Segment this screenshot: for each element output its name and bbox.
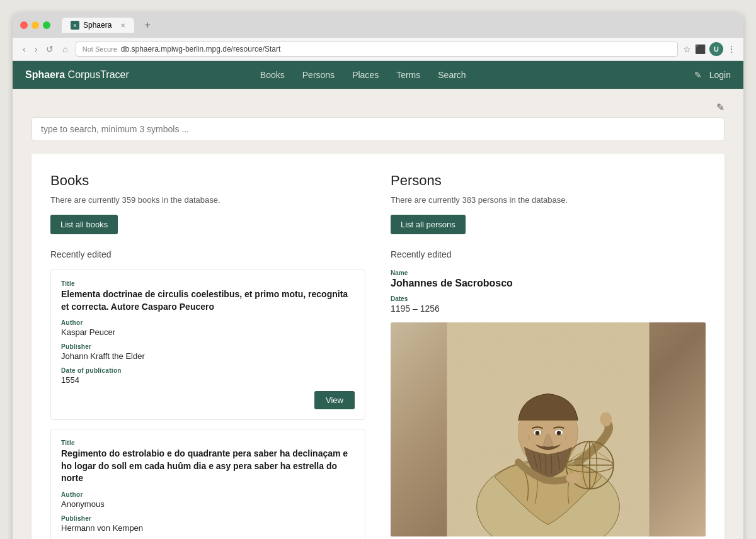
svg-point-9	[557, 431, 561, 435]
books-recently-edited-label: Recently edited	[50, 249, 365, 259]
nav-terms[interactable]: Terms	[387, 62, 429, 88]
books-title: Books	[50, 173, 365, 189]
book-card-2: Title Regimento do estrolabio e do quadr…	[50, 429, 365, 539]
browser-titlebar: S Sphaera ✕ +	[13, 13, 743, 38]
user-avatar[interactable]: U	[709, 42, 723, 56]
person1-name-label: Name	[391, 270, 706, 276]
reload-button[interactable]: ↺	[43, 43, 56, 55]
books-column: Books There are currently 359 books in t…	[50, 173, 365, 539]
book-card-1: Title Elementa doctrinae de circulis coe…	[50, 270, 365, 420]
extensions-button[interactable]: ⬛	[695, 44, 706, 54]
back-button[interactable]: ‹	[20, 43, 28, 55]
book1-title-label: Title	[61, 280, 355, 287]
menu-button[interactable]: ⋮	[727, 44, 736, 54]
book1-date: 1554	[61, 375, 355, 385]
person-card: Name Johannes de Sacrobosco Dates 1195 –…	[391, 270, 706, 536]
nav-search[interactable]: Search	[429, 62, 474, 88]
login-link[interactable]: Login	[709, 70, 731, 80]
book2-title-label: Title	[61, 440, 355, 446]
maximize-dot[interactable]	[43, 21, 50, 29]
nav-persons[interactable]: Persons	[294, 62, 343, 88]
search-container	[32, 117, 724, 141]
content-card: Books There are currently 359 books in t…	[32, 154, 724, 539]
book1-author: Kaspar Peucer	[61, 327, 355, 337]
books-desc: There are currently 359 books in the dat…	[50, 195, 365, 205]
book2-publisher-label: Publisher	[61, 515, 355, 522]
address-text: db.sphaera.mpiwg-berlin.mpg.de/resource/…	[121, 45, 280, 54]
content-grid: Books There are currently 359 books in t…	[50, 173, 706, 539]
tab-close-button[interactable]: ✕	[120, 22, 125, 29]
toolbar-actions: ☆ ⬛ U ⋮	[683, 42, 736, 56]
browser-tab[interactable]: S Sphaera ✕	[62, 18, 134, 33]
book2-title: Regimento do estrolabio e do quadrante p…	[61, 448, 355, 485]
book2-author: Anonymous	[61, 499, 355, 509]
persons-title: Persons	[391, 173, 706, 189]
nav-controls: ‹ › ↺ ⌂	[20, 43, 71, 55]
list-all-persons-button[interactable]: List all persons	[391, 215, 466, 234]
person1-dates-label: Dates	[391, 295, 706, 302]
book2-publisher: Hermann von Kempen	[61, 523, 355, 533]
svg-point-10	[600, 412, 612, 427]
book1-publisher-label: Publisher	[61, 343, 355, 350]
book2-author-label: Author	[61, 491, 355, 498]
app-logo: Sphaera CorpusTracer	[25, 69, 129, 81]
new-tab-button[interactable]: +	[139, 20, 155, 31]
book1-author-label: Author	[61, 319, 355, 326]
nav-books[interactable]: Books	[251, 62, 294, 88]
browser-toolbar: ‹ › ↺ ⌂ Not Secure db.sphaera.mpiwg-berl…	[13, 38, 743, 61]
persons-desc: There are currently 383 persons in the d…	[391, 195, 706, 205]
logo-sphaera: Sphaera	[25, 69, 65, 80]
nav-places[interactable]: Places	[343, 62, 387, 88]
svg-point-17	[566, 473, 580, 484]
book1-date-label: Date of publication	[61, 367, 355, 374]
list-all-books-button[interactable]: List all books	[50, 215, 118, 234]
body-edit-button[interactable]: ✎	[716, 101, 724, 113]
bookmark-button[interactable]: ☆	[683, 44, 691, 54]
person1-name: Johannes de Sacrobosco	[391, 278, 706, 289]
main-nav: Books Persons Places Terms Search	[251, 62, 475, 88]
person1-dates: 1195 – 1256	[391, 304, 706, 314]
persons-column: Persons There are currently 383 persons …	[391, 173, 706, 539]
home-button[interactable]: ⌂	[60, 43, 70, 55]
logo-corpus: CorpusTracer	[68, 69, 129, 80]
minimize-dot[interactable]	[32, 21, 39, 29]
app-header: Sphaera CorpusTracer Books Persons Place…	[13, 61, 743, 89]
tab-title: Sphaera	[83, 21, 112, 30]
book1-title: Elementa doctrinae de circulis coelestib…	[61, 288, 355, 313]
forward-button[interactable]: ›	[32, 43, 40, 55]
persons-recently-edited-label: Recently edited	[391, 249, 706, 259]
not-secure-label: Not Secure	[83, 45, 117, 53]
app-body: ✎ Books There are currently 359 books in…	[13, 89, 743, 539]
book1-view-button[interactable]: View	[314, 391, 355, 409]
book1-footer: View	[61, 391, 355, 409]
header-edit-icon[interactable]: ✎	[694, 70, 702, 80]
book1-publisher: Johann Krafft the Elder	[61, 351, 355, 361]
tab-favicon: S	[71, 21, 79, 30]
window-controls	[20, 21, 50, 29]
svg-point-7	[536, 431, 540, 435]
search-input[interactable]	[32, 117, 724, 141]
address-bar[interactable]: Not Secure db.sphaera.mpiwg-berlin.mpg.d…	[76, 42, 678, 57]
close-dot[interactable]	[20, 21, 28, 29]
person-portrait	[391, 322, 706, 536]
